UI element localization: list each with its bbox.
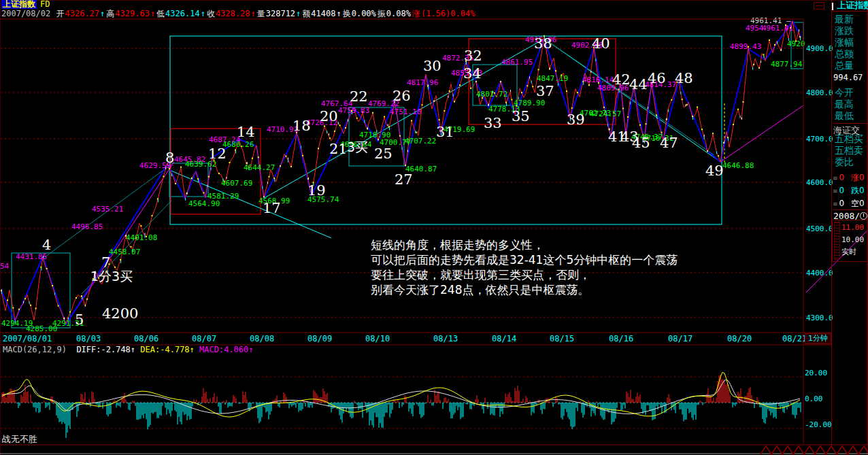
- tick-mark: [724, 141, 724, 144]
- sidebar-quote-label: 涨幅: [835, 37, 868, 48]
- avg-price-dot: [235, 150, 236, 151]
- avg-price-dot: [639, 124, 641, 126]
- trading-terminal-window: 544431.854496.854535.214629.594645.82468…: [0, 0, 868, 455]
- avg-price-dot: [180, 167, 182, 168]
- avg-price-dot: [290, 166, 292, 167]
- macd-name: MACD(26,12,9): [3, 345, 67, 354]
- gauge-bar: [834, 222, 840, 260]
- sidebar-depth-button[interactable]: 五档买: [835, 133, 868, 145]
- date-axis-label: 08/13: [433, 334, 458, 343]
- tick-mark: [235, 151, 236, 154]
- avg-price-dot: [372, 112, 373, 114]
- price-label: 1分3买: [90, 269, 133, 284]
- tick-mark: [274, 179, 275, 182]
- tick-mark: [415, 131, 416, 133]
- avg-price-dot: [527, 85, 528, 86]
- tick-mark: [23, 301, 24, 303]
- avg-price-dot: [86, 299, 88, 300]
- avg-price-dot: [692, 116, 693, 117]
- macd-diff-value: DIFF:-2.748: [76, 345, 130, 354]
- avg-price-dot: [449, 90, 450, 92]
- annotation-line: 可以把后面的走势先看成是32-41这个5分钟中枢的一个震荡: [371, 252, 678, 267]
- avg-price-dot: [682, 99, 683, 100]
- high-price-label: 4759.83: [338, 106, 369, 115]
- tick-mark: [728, 138, 729, 141]
- watermark-zigzag: [761, 446, 868, 454]
- pivot-number-label: 25: [374, 146, 393, 162]
- tick-mark: [741, 118, 742, 120]
- realtime-mode-label[interactable]: 实时: [841, 246, 864, 258]
- low-price-label: 4607.69: [221, 179, 252, 188]
- price-label: 3买: [347, 139, 368, 154]
- avg-price-dot: [433, 101, 435, 102]
- avg-price-dot: [69, 311, 71, 313]
- sidebar-title[interactable]: 上证指数: [832, 0, 868, 12]
- quote-header-values: 2007/08/02 开4326.27↑高4329.63↑低4326.14↑收4…: [1, 10, 476, 18]
- pivot-number-label: 4200: [102, 305, 138, 322]
- tick-mark: [338, 122, 339, 124]
- quote-field-value: 41408: [311, 9, 335, 18]
- annotation-line: 别看今天涨了248点，依然只是中枢震荡。: [371, 282, 678, 297]
- avg-price-dot: [345, 127, 346, 129]
- avg-price-dot: [30, 305, 31, 306]
- avg-price-dot: [422, 104, 423, 105]
- avg-price-dot: [538, 69, 539, 70]
- price-axis-label: 4300.0: [806, 314, 833, 322]
- clock-icon: [860, 212, 867, 220]
- sidebar-quote-label: 总量: [835, 60, 868, 71]
- date-axis-label: 08/15: [550, 334, 574, 343]
- tick-mark: [288, 158, 288, 160]
- avg-price-dot: [191, 178, 193, 179]
- avg-price-dot: [774, 44, 775, 46]
- tick-mark: [82, 297, 82, 299]
- quote-field-label: 涨: [412, 9, 420, 18]
- quote-date: 2007/08/02: [1, 9, 50, 18]
- period-selector[interactable]: 1分钟: [805, 333, 831, 344]
- window-restore-icon[interactable]: [814, 2, 824, 10]
- avg-price-dot: [444, 110, 445, 112]
- up-arrow-icon: ↑: [296, 9, 301, 18]
- avg-price-dot: [459, 84, 461, 86]
- up-arrow-icon: ↑: [251, 9, 256, 18]
- date-axis-label: 08/07: [192, 334, 216, 343]
- avg-price-dot: [555, 70, 556, 71]
- tick-mark: [550, 67, 550, 69]
- sidebar-depth-button[interactable]: 委比: [835, 156, 868, 168]
- tick-mark: [692, 117, 693, 120]
- tick-mark: [367, 127, 368, 129]
- pivot-number-label: 34: [463, 65, 482, 82]
- tick-mark: [171, 173, 172, 176]
- pivot-zone-box: [12, 253, 70, 328]
- avg-price-dot: [35, 307, 37, 309]
- tick-mark: [752, 67, 753, 70]
- tick-mark: [740, 116, 741, 118]
- avg-price-dot: [40, 267, 41, 268]
- tick-mark: [590, 71, 591, 73]
- pivot-number-label: 12: [208, 146, 227, 162]
- tick-mark: [301, 146, 301, 148]
- low-price-label: 4724.57: [590, 109, 621, 118]
- quote-field-value: 4329.63: [115, 9, 150, 18]
- avg-price-dot: [470, 88, 471, 89]
- low-price-label: 4491.08: [126, 233, 157, 242]
- total-volume-value: 994.67: [833, 73, 863, 82]
- pivot-number-label: 30: [423, 58, 441, 74]
- sidebar-depth-button[interactable]: 五档卖: [835, 145, 868, 156]
- high-price-label: 4431.85: [16, 252, 47, 261]
- quote-field-list: 最新涨跌涨幅总额总量: [835, 14, 868, 71]
- avg-price-dot: [208, 176, 210, 178]
- avg-price-dot: [454, 101, 455, 102]
- quote-field: 额41408↑: [302, 9, 341, 18]
- avg-price-dot: [743, 101, 744, 103]
- quote-field-value: 4326.27: [65, 9, 99, 18]
- date-axis-label: 08/20: [727, 334, 752, 343]
- tick-mark: [327, 131, 327, 133]
- avg-price-dot: [646, 123, 647, 124]
- tick-mark: [704, 137, 705, 139]
- up-arrow-icon: ↑: [248, 345, 253, 354]
- avg-price-dot: [656, 114, 657, 116]
- tick-mark: [529, 76, 530, 78]
- low-price-label: 4680.26: [222, 140, 254, 149]
- avg-price-dot: [280, 165, 281, 167]
- pivot-number-label: 37: [536, 83, 554, 99]
